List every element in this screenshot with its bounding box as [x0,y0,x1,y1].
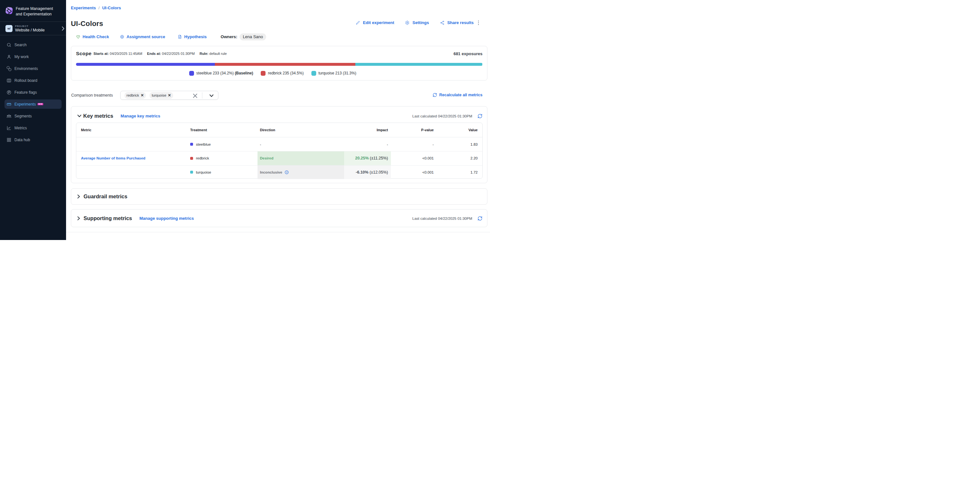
svg-text:?: ? [286,171,288,174]
